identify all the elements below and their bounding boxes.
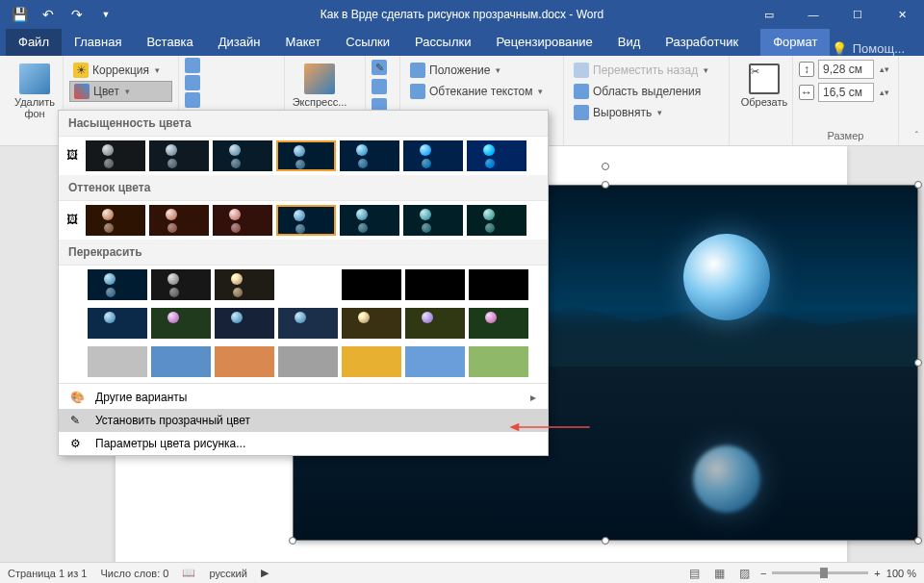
selection-pane-button[interactable]: Область выделения (570, 81, 723, 102)
tone-preset[interactable] (340, 205, 399, 236)
tone-preset[interactable] (149, 205, 209, 236)
corrections-button[interactable]: ☀ Коррекция▾ (69, 60, 172, 81)
save-icon[interactable]: 💾 (6, 1, 33, 28)
ribbon-options-icon[interactable]: ▭ (747, 0, 791, 29)
tone-preset-selected[interactable] (276, 205, 336, 236)
collapse-ribbon-icon[interactable]: ˆ (915, 131, 918, 141)
spellcheck-icon[interactable]: 📖 (182, 567, 195, 579)
saturation-preset-selected[interactable] (276, 140, 336, 171)
selection-handle[interactable] (914, 537, 922, 545)
tab-design[interactable]: Дизайн (206, 29, 273, 56)
tab-mailings[interactable]: Рассылки (402, 29, 483, 56)
compress-icon[interactable] (185, 58, 200, 73)
height-input[interactable]: 9,28 см (818, 60, 874, 79)
crop-label: Обрезать (741, 96, 788, 108)
position-button[interactable]: Положение▾ (406, 60, 557, 81)
recolor-preset[interactable] (469, 269, 528, 300)
recolor-preset[interactable] (151, 346, 211, 377)
remove-background-button[interactable]: Удалить фон (6, 60, 64, 123)
recolor-preset[interactable] (342, 269, 401, 300)
saturation-preset[interactable] (149, 140, 209, 171)
recolor-preset[interactable] (278, 269, 338, 300)
tab-home[interactable]: Главная (62, 29, 134, 56)
wrap-text-button[interactable]: Обтекание текстом▾ (406, 81, 557, 102)
close-icon[interactable]: ✕ (880, 0, 924, 29)
undo-icon[interactable]: ↶ (35, 1, 62, 28)
saturation-preset[interactable] (213, 140, 272, 171)
zoom-out-button[interactable]: − (760, 568, 766, 579)
saturation-preset[interactable] (403, 140, 463, 171)
recolor-preset[interactable] (278, 308, 338, 339)
selection-handle[interactable] (289, 537, 296, 545)
tab-format-active[interactable]: Формат (760, 29, 830, 56)
picture-color-options-item[interactable]: ⚙ Параметры цвета рисунка... (59, 432, 548, 455)
crop-button[interactable]: ✂ Обрезать (735, 60, 793, 112)
selection-handle[interactable] (914, 181, 922, 189)
picture-effects-icon[interactable] (372, 79, 387, 94)
recolor-preset[interactable] (88, 346, 147, 377)
recolor-preset[interactable] (151, 269, 211, 300)
recolor-preset[interactable] (405, 308, 465, 339)
recolor-preset[interactable] (88, 269, 147, 300)
redo-icon[interactable]: ↷ (64, 1, 90, 28)
tab-developer[interactable]: Разработчик (653, 29, 751, 56)
recolor-row-1 (59, 266, 548, 304)
recolor-preset[interactable] (342, 346, 401, 377)
macro-icon[interactable]: ▶ (261, 567, 269, 579)
reset-picture-icon[interactable] (185, 92, 200, 108)
recolor-preset[interactable] (405, 269, 465, 300)
more-variants-item[interactable]: 🎨 Другие варианты ▸ (59, 386, 548, 409)
selection-handle[interactable] (914, 359, 922, 367)
zoom-in-button[interactable]: + (874, 568, 880, 579)
set-transparent-color-item[interactable]: ✎ Установить прозрачный цвет (59, 409, 548, 432)
zoom-slider[interactable] (772, 571, 868, 574)
width-spinner[interactable]: ▴▾ (880, 88, 889, 97)
recolor-preset[interactable] (88, 308, 147, 339)
tone-preset[interactable] (86, 205, 145, 236)
qat-dropdown-icon[interactable]: ▼ (92, 1, 119, 28)
color-button[interactable]: Цвет▾ (69, 81, 172, 102)
word-count[interactable]: Число слов: 0 (100, 568, 168, 579)
read-mode-icon[interactable]: ▤ (685, 565, 705, 582)
recolor-preset[interactable] (215, 308, 274, 339)
page-count[interactable]: Страница 1 из 1 (8, 568, 87, 579)
minimize-icon[interactable]: ― (791, 0, 835, 29)
maximize-icon[interactable]: ☐ (835, 0, 880, 29)
recolor-preset[interactable] (469, 346, 528, 377)
selection-handle[interactable] (602, 537, 609, 545)
saturation-row: 🖼 (59, 137, 548, 175)
recolor-preset[interactable] (469, 308, 528, 339)
express-styles-button[interactable]: Экспресс... (291, 60, 348, 112)
rotation-handle[interactable] (602, 163, 609, 170)
selection-handle[interactable] (602, 181, 609, 189)
tell-me-search[interactable]: 💡 Помощ... (832, 41, 924, 56)
tab-references[interactable]: Ссылки (333, 29, 402, 56)
print-layout-icon[interactable]: ▦ (710, 565, 730, 582)
change-picture-icon[interactable] (185, 75, 200, 90)
language-indicator[interactable]: русский (209, 568, 246, 579)
tone-preset[interactable] (213, 205, 272, 236)
recolor-preset[interactable] (405, 346, 465, 377)
width-input[interactable]: 16,5 см (818, 83, 874, 102)
send-backward-button[interactable]: Переместить назад▾ (570, 60, 723, 81)
picture-border-icon[interactable]: ✎ (372, 60, 387, 75)
tab-insert[interactable]: Вставка (134, 29, 205, 56)
tab-file[interactable]: Файл (6, 29, 62, 56)
recolor-preset[interactable] (151, 308, 211, 339)
tone-preset[interactable] (467, 205, 526, 236)
align-button[interactable]: Выровнять▾ (570, 102, 723, 123)
tab-view[interactable]: Вид (605, 29, 654, 56)
recolor-preset[interactable] (278, 346, 338, 377)
web-layout-icon[interactable]: ▨ (735, 565, 755, 582)
saturation-preset[interactable] (467, 140, 526, 171)
height-spinner[interactable]: ▴▾ (880, 64, 889, 74)
saturation-preset[interactable] (86, 140, 145, 171)
tone-preset[interactable] (403, 205, 463, 236)
recolor-preset[interactable] (215, 269, 274, 300)
zoom-level[interactable]: 100 % (886, 568, 916, 579)
recolor-preset[interactable] (215, 346, 274, 377)
tab-layout[interactable]: Макет (272, 29, 333, 56)
tab-review[interactable]: Рецензирование (483, 29, 604, 56)
saturation-preset[interactable] (340, 140, 399, 171)
recolor-preset[interactable] (342, 308, 401, 339)
